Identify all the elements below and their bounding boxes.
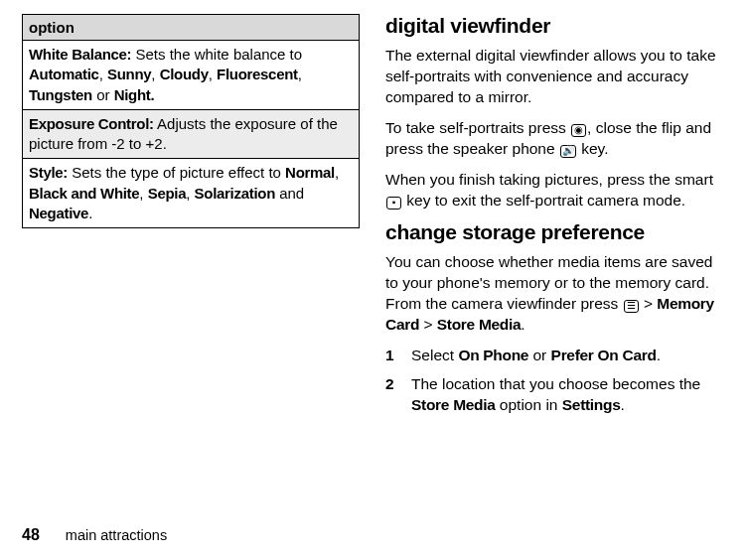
digital-p1: The external digital viewfinder allows y…	[385, 46, 723, 108]
smart-key-icon: ▪	[386, 197, 401, 210]
heading-storage-preference: change storage preference	[385, 220, 723, 244]
menu-icon: ☰	[624, 300, 639, 313]
digital-p2: To take self-portraits press ◉, close th…	[385, 118, 723, 160]
left-column: option White Balance: Sets the white bal…	[22, 14, 360, 490]
table-header: option	[23, 15, 360, 41]
step-1: 1 Select On Phone or Prefer On Card.	[385, 346, 723, 366]
table-row-exposure: Exposure Control: Adjusts the exposure o…	[23, 109, 360, 159]
right-column: digital viewfinder The external digital …	[385, 14, 723, 490]
page-number: 48	[22, 526, 40, 544]
storage-p1: You can choose whether media items are s…	[385, 252, 723, 336]
step-2: 2 The location that you choose becomes t…	[385, 374, 723, 416]
heading-digital-viewfinder: digital viewfinder	[385, 14, 723, 38]
digital-p3: When you finish taking pictures, press t…	[385, 170, 723, 211]
page-footer: 48 main attractions	[22, 526, 167, 544]
speaker-icon: 🔊	[560, 145, 576, 158]
camera-icon: ◉	[571, 124, 586, 137]
steps-list: 1 Select On Phone or Prefer On Card. 2 T…	[385, 346, 723, 416]
section-title: main attractions	[66, 527, 167, 543]
table-row-white-balance: White Balance: Sets the white balance to…	[23, 41, 360, 110]
table-row-style: Style: Sets the type of picture effect t…	[23, 159, 360, 228]
options-table: option White Balance: Sets the white bal…	[22, 14, 360, 228]
